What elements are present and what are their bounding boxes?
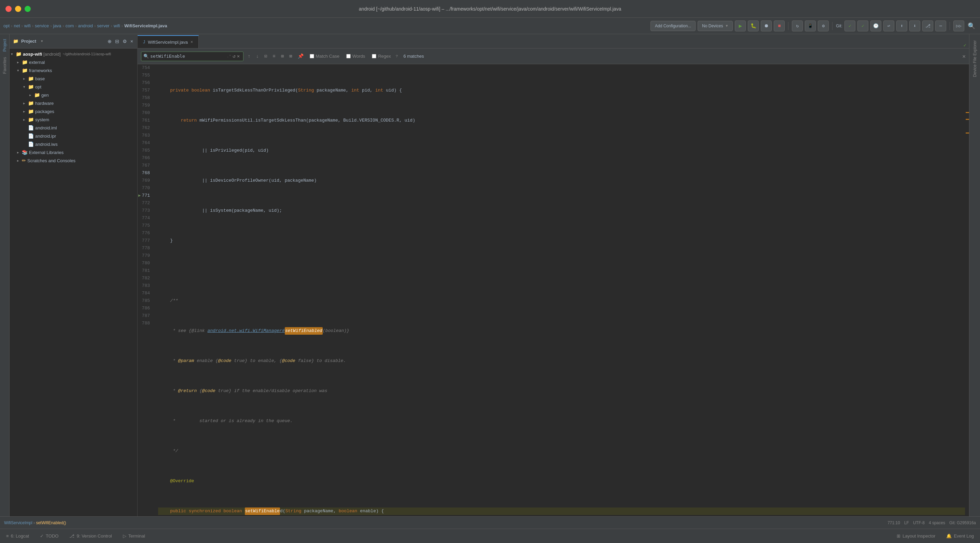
git-checkmark1[interactable]: ✓ [845,21,855,32]
logcat-tab[interactable]: ≡ 6: Logcat [3,529,32,543]
tree-opt[interactable]: ▾ 📁 opt [10,83,137,91]
tree-android-ipr[interactable]: 📄 android.ipr [10,132,137,140]
tree-base[interactable]: ▸ 📁 base [10,75,137,83]
search-input[interactable] [150,54,225,59]
project-icon[interactable]: Project [2,37,8,54]
tree-external[interactable]: ▸ 📁 external [10,58,137,66]
add-config-button[interactable]: Add Configuration... [651,21,695,31]
tree-expand-opt: ▾ [23,85,28,89]
maximize-button[interactable] [25,6,31,12]
collapse-all-button[interactable]: ⊟ [115,38,120,45]
breadcrumb-opt[interactable]: opt [3,23,10,28]
match-case-label: Match Case [316,54,339,59]
window-controls[interactable] [5,6,31,12]
git-rollback[interactable]: ↩ [883,21,894,32]
tree-root-label: aosp-wifi [android] [23,52,61,57]
device-file-explorer-label[interactable]: Device File Explorer [972,37,977,80]
breadcrumb-net[interactable]: net [14,23,20,28]
no-devices-label: No Devices [702,24,723,28]
search-wrap-button[interactable]: ⊡ [263,53,268,60]
git-branch[interactable]: ⎇ [922,21,933,32]
breadcrumb-server[interactable]: server [97,23,109,28]
git-more[interactable]: ⋯ [935,21,946,32]
search-filter-button[interactable]: ≡ [271,53,277,60]
panel-close-button[interactable]: × [130,38,134,45]
tree-scratches[interactable]: ▸ ✏ Scratches and Consoles [10,156,137,165]
help-icon[interactable]: ? [396,54,398,58]
breadcrumb-wifi1[interactable]: wifi [24,23,31,28]
git-history[interactable]: 🕐 [870,21,881,32]
breadcrumb-service[interactable]: service [35,23,49,28]
sync-button[interactable]: ↻ [792,21,803,32]
ln-774: 774 [138,215,153,222]
breadcrumb-com[interactable]: com [65,23,74,28]
words-checkbox[interactable] [346,54,351,58]
panel-settings-button[interactable]: ⚙ [122,38,128,45]
file-breadcrumb-wifiserviceimpl[interactable]: WifiServiceImpl [4,521,32,525]
no-devices-button[interactable]: No Devices ▼ [698,21,733,31]
ln-765: 765 [138,147,153,154]
event-log-tab[interactable]: 🔔 Event Log [943,529,977,543]
file-breadcrumb-method[interactable]: setWifiEnabled() [36,521,66,525]
favorites-icon[interactable]: Favorites [2,55,8,76]
profile-button[interactable]: ⏺ [761,21,772,32]
line-numbers: 754 755 756 757 758 759 760 761 762 763 … [138,64,158,516]
tree-system[interactable]: ▸ 📁 system [10,115,137,124]
todo-tab[interactable]: ✓ TODO [37,529,61,543]
terminal-tab[interactable]: ▷ Terminal [120,529,148,543]
sdk-button[interactable]: ⚙ [818,21,829,32]
tree-hardware-label: hardware [35,101,54,106]
tree-external-libs[interactable]: ▸ 📚 External Libraries [10,148,137,156]
tree-root[interactable]: ▾ 📁 aosp-wifi [android] ~/github/android… [10,50,137,58]
locate-file-button[interactable]: ⊕ [107,38,112,45]
close-button[interactable] [5,6,12,12]
run-anything-button[interactable]: ▷▷ [953,21,964,32]
tree-hardware[interactable]: ▸ 📁 hardware [10,99,137,107]
tab-wifiserviceimpl[interactable]: J WifiServiceImpl.java × [138,35,199,48]
match-case-option[interactable]: Match Case [308,53,342,59]
code-editor[interactable]: 754 755 756 757 758 759 760 761 762 763 … [138,64,969,516]
git-checkmark2[interactable]: ✓ [858,21,868,32]
search-close-button[interactable]: ✕ [962,53,966,60]
debug-button[interactable]: 🐛 [748,21,759,32]
java-file-icon: J [143,40,145,45]
tree-android-iws[interactable]: 📄 android.iws [10,140,137,148]
version-control-tab[interactable]: ⎇ 9: Version Control [67,529,115,543]
avd-button[interactable]: 📱 [805,21,816,32]
search-prev-button[interactable]: ↑ [246,53,252,60]
breadcrumb-android[interactable]: android [78,23,93,28]
search-context-button[interactable]: ⊠ [288,53,293,60]
match-case-checkbox[interactable] [310,54,314,58]
search-next-button[interactable]: ↓ [255,53,260,60]
recent-files-button[interactable]: ✓ [961,42,969,48]
words-option[interactable]: Words [344,53,367,59]
layout-inspector-tab[interactable]: ⊞ Layout Inspector [894,529,938,543]
regex-checkbox[interactable] [372,54,376,58]
search-pin-button[interactable]: 📌 [296,53,305,60]
git-push[interactable]: ⬆ [896,21,907,32]
search-filter2-button[interactable]: ⊞ [280,53,285,60]
stop-button[interactable]: ■ [774,21,785,32]
search-input-wrapper[interactable]: 🔍 .* ↺ ✕ [141,52,243,61]
tree-frameworks[interactable]: ▾ 📁 frameworks [10,66,137,75]
indent-setting[interactable]: 4 spaces [929,521,945,525]
clear-search-button[interactable]: ✕ [237,53,240,59]
breadcrumb-java[interactable]: java [53,23,62,28]
breadcrumb-file[interactable]: WifiServiceImpl.java [124,23,167,28]
code-line-765: * started or is already in the queue. [158,417,965,425]
tree-packages[interactable]: ▸ 📁 packages [10,107,137,115]
breadcrumb-wifi2[interactable]: wifi [114,23,120,28]
regex-option[interactable]: Regex [370,53,393,59]
tree-gen[interactable]: ▸ 📁 gen [10,91,137,99]
git-pull[interactable]: ⬇ [909,21,920,32]
tab-close-button[interactable]: × [191,40,193,45]
minimize-button[interactable] [15,6,21,12]
tree-ext-libs-label: External Libraries [29,150,64,155]
refresh-search-button[interactable]: ↺ [232,53,235,59]
ln-770: 770 [138,185,153,192]
global-search-button[interactable]: 🔍 [966,21,977,31]
tree-android-iml[interactable]: 📄 android.iml [10,124,137,132]
code-content[interactable]: private boolean isTargetSdkLessThanOrPri… [158,64,965,516]
run-button[interactable]: ▶ [735,21,746,32]
tree-expand-hardware: ▸ [23,101,28,105]
